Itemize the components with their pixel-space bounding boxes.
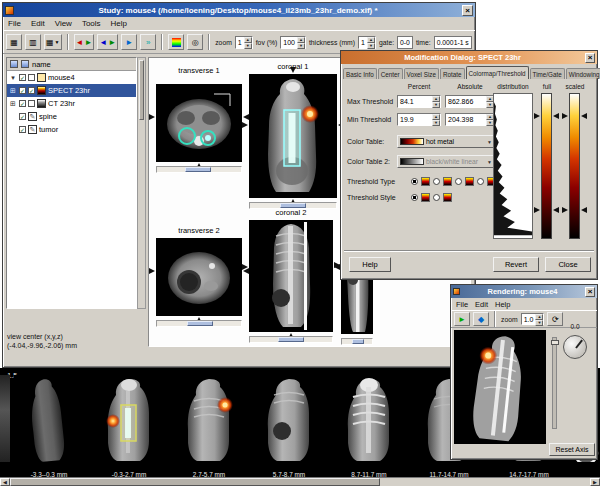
fov-value[interactable]: 100 bbox=[281, 37, 297, 48]
tree-item-ct[interactable]: ⊞ CT 23hr bbox=[7, 97, 136, 110]
render-zoom-spinbox[interactable]: 1.0 bbox=[521, 313, 545, 325]
colormap-icon[interactable] bbox=[168, 34, 184, 50]
expander-icon[interactable]: ⊞ bbox=[9, 87, 17, 95]
max-percent-spinbox[interactable]: 84.1 bbox=[397, 95, 441, 108]
rotate-icon[interactable]: ⟳ bbox=[547, 312, 563, 326]
coronal-view-icon[interactable]: ◄► bbox=[97, 34, 118, 50]
fly-through-icon[interactable]: » bbox=[140, 34, 156, 50]
transverse2-canvas[interactable] bbox=[156, 238, 242, 316]
color-table-combo[interactable]: hot metal ▼ bbox=[397, 135, 495, 148]
sagittal2-slice-slider[interactable] bbox=[341, 338, 373, 345]
min-threshold-arrow[interactable] bbox=[562, 207, 568, 213]
coronal2-slice-slider[interactable] bbox=[249, 336, 333, 343]
slider-thumb[interactable] bbox=[187, 321, 213, 326]
menu-edit[interactable]: Edit bbox=[31, 19, 45, 28]
visibility-checkbox[interactable] bbox=[28, 100, 35, 107]
tab-colormap-threshold[interactable]: Colormap/Threshold bbox=[466, 66, 529, 79]
interpolation-dropdown[interactable]: ▦▼ bbox=[44, 34, 62, 50]
menu-file[interactable]: File bbox=[456, 300, 468, 309]
slider-thumb[interactable] bbox=[352, 339, 364, 344]
tab-rotate[interactable]: Rotate bbox=[440, 68, 465, 79]
radio-button[interactable] bbox=[411, 178, 418, 185]
close-icon[interactable]: × bbox=[585, 53, 595, 63]
radio-button[interactable] bbox=[411, 194, 418, 201]
close-icon[interactable]: × bbox=[585, 287, 595, 297]
slider-thumb[interactable] bbox=[278, 337, 304, 342]
radio-button[interactable] bbox=[477, 178, 484, 185]
render-canvas[interactable] bbox=[454, 330, 546, 444]
min-absolute-value[interactable]: 204.398 bbox=[446, 114, 475, 125]
tree-item-spect[interactable]: ⊞ SPECT 23hr bbox=[7, 84, 136, 97]
reset-axis-button[interactable]: Reset Axis bbox=[549, 443, 595, 456]
study-window-titlebar[interactable]: Study: mouse4 (/home/loening/Desktop/mou… bbox=[3, 3, 475, 17]
transverse1-canvas[interactable] bbox=[156, 84, 242, 162]
visibility-checkbox[interactable] bbox=[19, 126, 26, 133]
visibility-checkbox[interactable] bbox=[28, 74, 35, 81]
scrollbar-thumb[interactable] bbox=[139, 60, 144, 120]
render-axis-slider[interactable] bbox=[552, 337, 557, 429]
radio-button[interactable] bbox=[433, 178, 440, 185]
tree-item-spine[interactable]: ✎ spine bbox=[7, 110, 136, 123]
min-threshold-arrow[interactable] bbox=[534, 207, 540, 213]
spin-buttons[interactable] bbox=[535, 314, 543, 324]
sagittal-view-icon[interactable]: ► bbox=[121, 34, 137, 50]
strip-scrollbar[interactable]: ◀ ▶ bbox=[0, 477, 600, 486]
menu-help[interactable]: Help bbox=[111, 19, 127, 28]
radio-button[interactable] bbox=[455, 178, 462, 185]
zoom-value[interactable]: 1 bbox=[236, 37, 244, 48]
visibility-checkbox[interactable] bbox=[19, 113, 26, 120]
layout-linked-icon[interactable]: ▥ bbox=[25, 34, 41, 50]
scroll-right-icon[interactable]: ▶ bbox=[590, 478, 600, 486]
tree-scrollbar[interactable] bbox=[137, 57, 146, 309]
dialog-titlebar[interactable]: Modification Dialog: SPECT 23hr × bbox=[341, 51, 597, 64]
time-button[interactable]: 0.0001-1 s bbox=[434, 36, 472, 49]
stereo-icon[interactable]: ◆ bbox=[473, 312, 489, 326]
tree-item-mouse4[interactable]: ▾ mouse4 bbox=[7, 71, 136, 84]
min-threshold-arrow[interactable] bbox=[581, 207, 587, 213]
layout-single-icon[interactable]: ▦ bbox=[6, 34, 22, 50]
visibility-checkbox[interactable] bbox=[19, 100, 26, 107]
spin-buttons[interactable] bbox=[432, 114, 440, 125]
visibility-checkbox[interactable] bbox=[19, 87, 26, 94]
scrollbar-thumb[interactable] bbox=[10, 478, 380, 486]
thickness-spinbox[interactable]: 1 bbox=[358, 36, 376, 49]
revert-button[interactable]: Revert bbox=[493, 257, 539, 272]
render-titlebar[interactable]: Rendering: mouse4 × bbox=[451, 285, 597, 298]
expander-icon[interactable]: ⊞ bbox=[9, 100, 17, 108]
visibility-checkbox[interactable] bbox=[19, 74, 26, 81]
fov-spinbox[interactable]: 100 bbox=[280, 36, 306, 49]
spin-buttons[interactable] bbox=[432, 96, 440, 107]
max-absolute-value[interactable]: 862.866 bbox=[446, 96, 475, 107]
expander-icon[interactable]: ▾ bbox=[9, 74, 17, 82]
close-icon[interactable]: × bbox=[462, 5, 473, 16]
spin-buttons[interactable] bbox=[367, 37, 375, 48]
menu-view[interactable]: View bbox=[55, 19, 72, 28]
min-percent-spinbox[interactable]: 19.9 bbox=[397, 113, 441, 126]
scroll-left-icon[interactable]: ◀ bbox=[0, 478, 10, 486]
tab-center[interactable]: Center bbox=[378, 68, 403, 79]
menu-help[interactable]: Help bbox=[495, 300, 510, 309]
max-threshold-arrow[interactable] bbox=[534, 113, 540, 119]
spin-buttons[interactable] bbox=[297, 37, 305, 48]
max-threshold-arrow[interactable] bbox=[581, 113, 587, 119]
slider-thumb[interactable] bbox=[551, 340, 559, 345]
rotation-dial[interactable] bbox=[563, 335, 587, 359]
gate-button[interactable]: 0-0 bbox=[397, 36, 413, 49]
coronal2-canvas[interactable] bbox=[249, 220, 333, 332]
close-button[interactable]: Close bbox=[545, 257, 591, 272]
min-percent-value[interactable]: 19.9 bbox=[398, 114, 416, 125]
zoom-value[interactable]: 1.0 bbox=[522, 314, 536, 324]
max-threshold-arrow[interactable] bbox=[562, 113, 568, 119]
color-table2-combo[interactable]: black/white linear ▼ bbox=[397, 155, 495, 168]
min-threshold-arrow[interactable] bbox=[553, 207, 559, 213]
tab-time-gate[interactable]: Time/Gate bbox=[530, 68, 565, 79]
render-execute-icon[interactable]: ► bbox=[454, 312, 470, 326]
target-icon[interactable]: ◎ bbox=[187, 34, 203, 50]
zoom-spinbox[interactable]: 1 bbox=[235, 36, 253, 49]
menu-tools[interactable]: Tools bbox=[82, 19, 101, 28]
transverse2-slice-slider[interactable] bbox=[156, 320, 242, 327]
menu-file[interactable]: File bbox=[8, 19, 21, 28]
radio-button[interactable] bbox=[433, 194, 440, 201]
max-percent-value[interactable]: 84.1 bbox=[398, 96, 416, 107]
visibility-checkbox[interactable] bbox=[28, 87, 35, 94]
